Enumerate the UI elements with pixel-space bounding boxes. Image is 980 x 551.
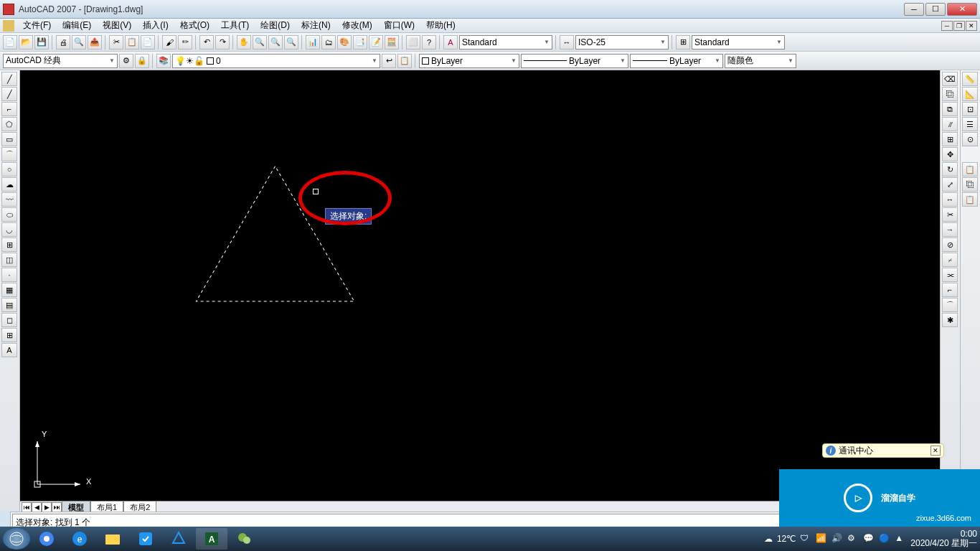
close-button[interactable]: ✕: [947, 3, 977, 16]
distance-tool[interactable]: 📏: [962, 72, 978, 86]
point-tool[interactable]: ·: [1, 268, 17, 282]
mtext-tool[interactable]: A: [1, 343, 17, 357]
sheet-set-button[interactable]: 📑: [353, 35, 367, 50]
tray-icon-6[interactable]: 🔵: [879, 533, 890, 545]
weather-text[interactable]: 12℃: [777, 534, 796, 544]
id-tool[interactable]: ⊙: [962, 132, 978, 146]
area-tool[interactable]: 📐: [962, 87, 978, 101]
polyline-tool[interactable]: ⌐: [1, 102, 17, 116]
table-style-icon[interactable]: ⊞: [676, 35, 690, 50]
zoom-realtime-button[interactable]: 🔍: [253, 35, 267, 50]
minimize-button[interactable]: ─: [904, 3, 924, 16]
table-tool[interactable]: ⊞: [1, 328, 17, 342]
layer-properties-button[interactable]: 📚: [156, 54, 171, 68]
layer-dropdown[interactable]: 💡 ☀ 🔓 0 ▼: [172, 54, 380, 68]
erase-tool[interactable]: ⌫: [942, 72, 958, 86]
quickcalc-button[interactable]: 🧮: [385, 35, 399, 50]
tray-icon-2[interactable]: 📶: [816, 533, 827, 545]
chamfer-tool[interactable]: ⌐: [942, 283, 958, 297]
lineweight-dropdown[interactable]: ByLayer▼: [630, 54, 723, 68]
mdi-close[interactable]: ✕: [966, 21, 977, 31]
polygon-tool[interactable]: ⬠: [1, 117, 17, 131]
extend-tool[interactable]: →: [942, 222, 958, 237]
taskbar-wechat[interactable]: [229, 528, 260, 550]
spline-tool[interactable]: 〰: [1, 192, 17, 207]
region-props-tool[interactable]: ⊡: [962, 102, 978, 116]
rotate-tool[interactable]: ↻: [942, 162, 958, 176]
mdi-minimize[interactable]: ─: [941, 21, 953, 31]
circle-tool[interactable]: ○: [1, 162, 17, 176]
rectangle-tool[interactable]: ▭: [1, 132, 17, 146]
menu-insert[interactable]: 插入(I): [137, 18, 174, 33]
arc-tool[interactable]: ⌒: [1, 147, 17, 161]
paste-tool2[interactable]: 📋: [962, 192, 978, 207]
redo-button[interactable]: ↷: [215, 35, 230, 50]
plot-preview-button[interactable]: 🔍: [72, 35, 86, 50]
offset-tool[interactable]: ⫽: [942, 117, 958, 131]
region-tool[interactable]: ◻: [1, 313, 17, 327]
dim-style-dropdown[interactable]: ISO-25▼: [575, 35, 669, 50]
comm-center-close[interactable]: ✕: [930, 446, 941, 456]
table-style-dropdown[interactable]: Standard▼: [692, 35, 785, 50]
tray-icon-7[interactable]: ▲: [895, 533, 906, 545]
undo-button[interactable]: ↶: [199, 35, 214, 50]
menu-file[interactable]: 文件(F): [17, 18, 57, 33]
menu-modify[interactable]: 修改(M): [336, 18, 378, 33]
design-center-button[interactable]: 🗂: [321, 35, 336, 50]
layer-previous-button[interactable]: ↩: [382, 54, 396, 68]
layer-states-button[interactable]: 📋: [397, 54, 412, 68]
ellipse-tool[interactable]: ⬭: [1, 207, 17, 222]
fillet-tool[interactable]: ⌒: [942, 298, 958, 312]
start-button[interactable]: [3, 528, 30, 550]
markup-button[interactable]: 📝: [369, 35, 383, 50]
line-tool[interactable]: ╱: [1, 72, 17, 86]
plotstyle-dropdown[interactable]: 随颜色▼: [725, 54, 796, 68]
gradient-tool[interactable]: ▤: [1, 298, 17, 312]
hatch-tool[interactable]: ▦: [1, 283, 17, 297]
menu-format[interactable]: 格式(O): [174, 18, 215, 33]
tray-icon-5[interactable]: 💬: [863, 533, 875, 545]
text-style-dropdown[interactable]: Standard▼: [459, 35, 552, 50]
stretch-tool[interactable]: ↔: [942, 192, 958, 207]
taskbar-app2[interactable]: [163, 528, 194, 550]
new-button[interactable]: 📄: [3, 35, 17, 50]
tool-palettes-button[interactable]: 🎨: [337, 35, 352, 50]
insert-block-tool[interactable]: ⊞: [1, 237, 17, 252]
tray-icon-3[interactable]: 🔊: [831, 533, 843, 545]
linetype-dropdown[interactable]: ByLayer▼: [521, 54, 628, 68]
open-button[interactable]: 📂: [19, 35, 33, 50]
revcloud-tool[interactable]: ☁: [1, 177, 17, 192]
help-button[interactable]: ?: [422, 35, 436, 50]
plot-button[interactable]: 🖨: [56, 35, 70, 50]
menu-tools[interactable]: 工具(T): [215, 18, 255, 33]
copy-tool[interactable]: ⿻: [942, 87, 958, 101]
menu-help[interactable]: 帮助(H): [420, 18, 461, 33]
workspace-dropdown[interactable]: AutoCAD 经典▼: [3, 54, 118, 68]
array-tool[interactable]: ⊞: [942, 132, 958, 146]
menu-edit[interactable]: 编辑(E): [57, 18, 97, 33]
trim-tool[interactable]: ✂: [942, 207, 958, 222]
cut-button[interactable]: ✂: [109, 35, 123, 50]
break-tool[interactable]: ⌿: [942, 253, 958, 267]
taskbar-chrome[interactable]: [31, 528, 62, 550]
xline-tool[interactable]: ╱: [1, 87, 17, 101]
taskbar-app1[interactable]: [130, 528, 161, 550]
clean-screen-button[interactable]: ⬜: [406, 35, 420, 50]
copy-button[interactable]: 📋: [125, 35, 139, 50]
zoom-previous-button[interactable]: 🔍: [284, 35, 298, 50]
text-style-icon[interactable]: A: [443, 35, 458, 50]
taskbar-ie[interactable]: e: [64, 528, 95, 550]
match-properties-button[interactable]: 🖌: [162, 35, 176, 50]
menu-window[interactable]: 窗口(W): [378, 18, 420, 33]
block-editor-button[interactable]: ✏: [178, 35, 192, 50]
properties-button[interactable]: 📊: [306, 35, 320, 50]
mirror-tool[interactable]: ⧉: [942, 102, 958, 116]
list-tool[interactable]: ☰: [962, 117, 978, 131]
break-point-tool[interactable]: ⊘: [942, 237, 958, 252]
pan-button[interactable]: ✋: [237, 35, 251, 50]
make-block-tool[interactable]: ◫: [1, 253, 17, 267]
mdi-restore[interactable]: ❐: [953, 21, 965, 31]
ellipse-arc-tool[interactable]: ◡: [1, 222, 17, 237]
workspace-settings-button[interactable]: ⚙: [119, 54, 133, 68]
taskbar-explorer[interactable]: [97, 528, 128, 550]
